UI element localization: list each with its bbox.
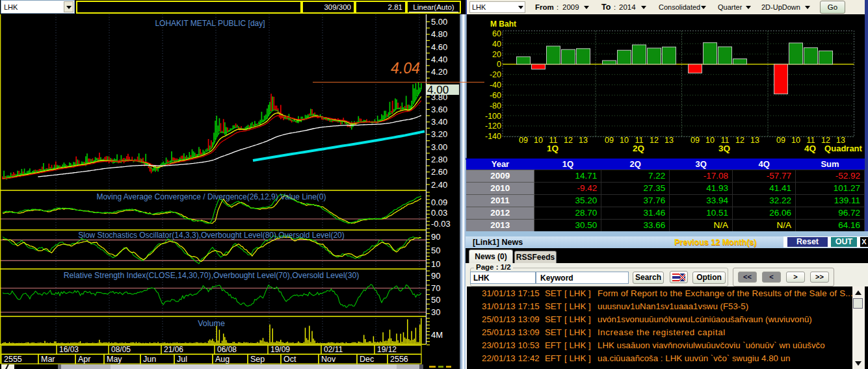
- svg-text:60: 60: [492, 29, 501, 38]
- svg-text:5.00: 5.00: [431, 17, 447, 27]
- svg-text:Jun: Jun: [143, 355, 156, 364]
- svg-text:Dec: Dec: [360, 355, 374, 364]
- svg-text:4.40: 4.40: [431, 55, 447, 64]
- svg-text:Nov: Nov: [321, 355, 336, 364]
- svg-text:3.40: 3.40: [431, 117, 447, 127]
- svg-text:-40: -40: [490, 81, 501, 90]
- svg-text:2.60: 2.60: [431, 167, 447, 177]
- svg-text:2.80: 2.80: [431, 155, 447, 164]
- svg-text:02/11: 02/11: [324, 345, 343, 354]
- svg-text:50: 50: [431, 246, 440, 255]
- svg-text:Aug: Aug: [215, 355, 230, 364]
- svg-text:30: 30: [431, 307, 440, 317]
- svg-text:3.20: 3.20: [431, 129, 447, 139]
- svg-text:-140: -140: [485, 132, 501, 141]
- svg-text:13: 13: [664, 136, 674, 145]
- svg-text:90: 90: [431, 232, 440, 242]
- svg-text:0: 0: [497, 60, 501, 69]
- svg-text:4Q: 4Q: [804, 144, 816, 153]
- svg-text:Oct: Oct: [283, 355, 296, 364]
- svg-text:09: 09: [776, 136, 785, 145]
- svg-text:10: 10: [791, 136, 800, 145]
- svg-text:13: 13: [579, 136, 588, 145]
- svg-text:12: 12: [564, 136, 573, 145]
- svg-text:50: 50: [431, 295, 440, 305]
- svg-text:4.80: 4.80: [431, 29, 447, 39]
- svg-text:10: 10: [534, 136, 543, 145]
- svg-text:16/03: 16/03: [59, 345, 79, 354]
- svg-text:09: 09: [605, 136, 614, 145]
- svg-text:10: 10: [705, 136, 715, 145]
- svg-text:Mar: Mar: [41, 355, 55, 364]
- svg-text:09: 09: [690, 136, 700, 145]
- svg-text:12: 12: [735, 136, 744, 145]
- svg-text:06/08: 06/08: [217, 345, 237, 354]
- svg-text:Relative Strength Index(CLOSE,: Relative Strength Index(CLOSE,14,30,70),…: [64, 271, 360, 280]
- svg-text:40: 40: [492, 40, 501, 49]
- svg-text:4.60: 4.60: [431, 42, 447, 52]
- svg-text:0.03: 0.03: [431, 208, 447, 218]
- svg-text:4.00: 4.00: [427, 84, 449, 96]
- svg-text:19/09: 19/09: [270, 345, 290, 354]
- svg-text:-120: -120: [485, 121, 501, 131]
- svg-text:Quadrant: Quadrant: [824, 144, 862, 153]
- svg-text:Sep: Sep: [250, 355, 265, 364]
- svg-text:2Q: 2Q: [633, 144, 644, 153]
- svg-text:13: 13: [750, 136, 759, 145]
- svg-text:3Q: 3Q: [718, 144, 730, 153]
- svg-text:10: 10: [431, 259, 440, 269]
- svg-text:70: 70: [431, 283, 440, 293]
- svg-text:-0.03: -0.03: [431, 219, 451, 229]
- svg-text:08/05: 08/05: [111, 345, 131, 354]
- svg-text:90: 90: [431, 271, 440, 281]
- svg-text:2556: 2556: [390, 355, 408, 364]
- svg-text:-60: -60: [490, 91, 501, 100]
- svg-text:20: 20: [492, 50, 501, 59]
- svg-text:Slow Stochastics Oscillator(14: Slow Stochastics Oscillator(14,3,3),Over…: [78, 231, 345, 240]
- svg-text:2.40: 2.40: [431, 180, 447, 190]
- svg-text:LOHAKIT METAL PUBLIC [day]: LOHAKIT METAL PUBLIC [day]: [155, 19, 265, 28]
- svg-text:M Baht: M Baht: [490, 19, 516, 29]
- svg-text:Apr: Apr: [78, 355, 90, 364]
- svg-text:4.20: 4.20: [431, 67, 447, 77]
- svg-text:09: 09: [519, 136, 528, 145]
- svg-text:-100: -100: [485, 112, 501, 121]
- svg-text:-20: -20: [490, 70, 501, 79]
- svg-text:1Q: 1Q: [547, 144, 559, 153]
- svg-text:21/06: 21/06: [164, 345, 183, 354]
- svg-text:12: 12: [650, 136, 659, 145]
- svg-text:May: May: [107, 355, 122, 364]
- svg-text:Moving Average Convergence / D: Moving Average Convergence / Divergence(…: [96, 192, 326, 201]
- svg-text:Jul: Jul: [177, 355, 187, 364]
- svg-text:19/12: 19/12: [377, 345, 397, 354]
- svg-text:10: 10: [620, 136, 629, 145]
- svg-text:0.09: 0.09: [431, 197, 447, 207]
- svg-text:2555: 2555: [4, 355, 22, 364]
- svg-text:4M: 4M: [431, 330, 443, 340]
- svg-text:3.60: 3.60: [431, 105, 447, 114]
- svg-text:Volume: Volume: [198, 319, 225, 328]
- svg-text:3.00: 3.00: [431, 142, 447, 152]
- svg-text:-80: -80: [490, 101, 501, 110]
